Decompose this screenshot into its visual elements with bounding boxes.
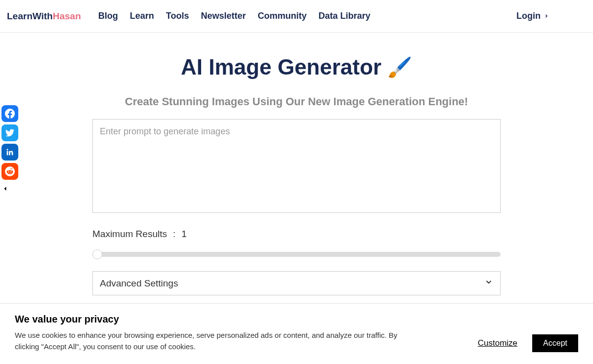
cookie-banner: We value your privacy We use cookies to … xyxy=(0,303,593,364)
nav-tools[interactable]: Tools xyxy=(166,11,189,21)
cookie-title: We value your privacy xyxy=(15,314,410,325)
header: LearnWithHasan Blog Learn Tools Newslett… xyxy=(0,0,593,33)
header-left: LearnWithHasan Blog Learn Tools Newslett… xyxy=(7,11,371,22)
max-results-slider[interactable] xyxy=(92,250,501,258)
main-nav: Blog Learn Tools Newsletter Community Da… xyxy=(98,11,371,21)
max-results-label: Maximum Results xyxy=(92,229,167,240)
prompt-input[interactable] xyxy=(92,119,501,213)
login-link[interactable]: Login xyxy=(516,11,549,21)
cookie-description: We use cookies to enhance your browsing … xyxy=(15,330,410,352)
chevron-right-icon xyxy=(544,11,549,21)
main-content: AI Image Generator 🖌️ Create Stunning Im… xyxy=(0,33,593,339)
page-title: AI Image Generator 🖌️ xyxy=(181,55,412,80)
nav-newsletter[interactable]: Newsletter xyxy=(201,11,246,21)
customize-button[interactable]: Customize xyxy=(478,338,517,348)
nav-data-library[interactable]: Data Library xyxy=(319,11,371,21)
slider-thumb[interactable] xyxy=(92,249,102,259)
page-subtitle: Create Stunning Images Using Our New Ima… xyxy=(125,95,468,108)
logo-part2: Hasan xyxy=(53,11,81,21)
nav-community[interactable]: Community xyxy=(258,11,307,21)
nav-blog[interactable]: Blog xyxy=(98,11,118,21)
twitter-icon[interactable] xyxy=(1,124,18,141)
accept-button[interactable]: Accept xyxy=(532,334,578,352)
cookie-text: We value your privacy We use cookies to … xyxy=(15,314,410,352)
page-title-text: AI Image Generator xyxy=(181,55,381,80)
login-label: Login xyxy=(516,11,541,21)
reddit-icon[interactable] xyxy=(1,163,18,180)
linkedin-icon[interactable] xyxy=(1,144,18,161)
social-sidebar xyxy=(1,105,18,193)
nav-learn[interactable]: Learn xyxy=(130,11,154,21)
hide-sidebar-icon[interactable] xyxy=(2,185,18,193)
max-results-separator: : xyxy=(173,229,175,240)
advanced-settings-label: Advanced Settings xyxy=(100,278,178,289)
facebook-icon[interactable] xyxy=(1,105,18,122)
max-results-value: 1 xyxy=(181,229,187,240)
cookie-actions: Customize Accept xyxy=(478,334,578,352)
paintbrush-icon: 🖌️ xyxy=(387,56,412,79)
logo[interactable]: LearnWithHasan xyxy=(7,11,81,22)
logo-part1: LearnWith xyxy=(7,11,53,21)
advanced-settings-toggle[interactable]: Advanced Settings xyxy=(92,271,501,295)
chevron-down-icon xyxy=(484,278,493,289)
max-results-label-row: Maximum Results : 1 xyxy=(92,229,501,240)
slider-track xyxy=(92,252,501,257)
